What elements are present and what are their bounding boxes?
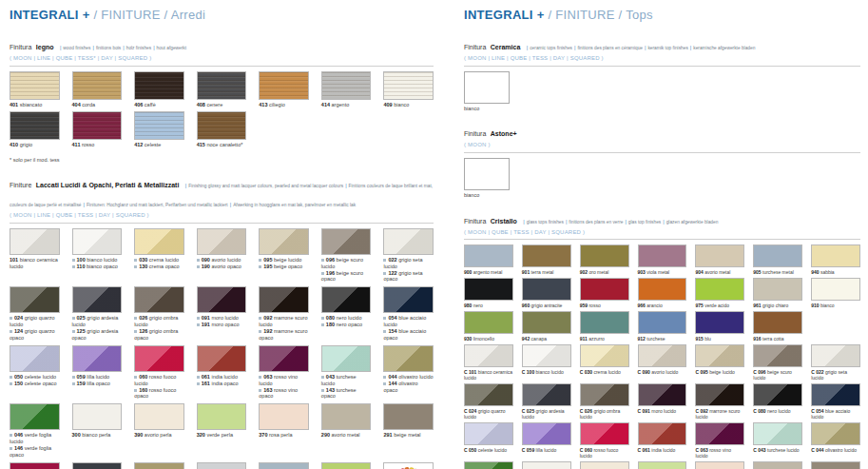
swatch-name: crema opaco	[149, 264, 180, 269]
page-title-arredi: INTEGRALI + / FINITURE / Arredi	[10, 8, 434, 22]
finish-type-icon	[72, 265, 75, 268]
finish-type-icon	[321, 389, 324, 392]
color-chip	[580, 383, 629, 406]
color-chip	[259, 71, 309, 100]
section-divider	[464, 239, 860, 240]
swatch-name: india opaco	[211, 381, 238, 386]
swatch-406: 406 caffè	[134, 71, 184, 108]
section-divider	[464, 152, 860, 153]
swatch-413: 413 ciliegio	[259, 71, 309, 108]
translation-segment: finitions bois	[96, 46, 121, 50]
color-chip	[72, 71, 123, 100]
swatch-label: 059 lilla lucido159 lilla opaco	[72, 374, 123, 387]
swatch-label: 940 sabbia	[811, 269, 860, 275]
swatch-415: 415 noce canaletto*	[197, 111, 247, 148]
finish-type-icon	[197, 323, 200, 326]
swatch-code: 030	[139, 257, 149, 263]
finish-type-icon	[134, 389, 137, 392]
arredi-column: INTEGRALI + / FINITURE / Arredi Finitura…	[10, 8, 434, 469]
swatch-code: 054	[388, 315, 398, 321]
color-chip	[197, 111, 247, 140]
swatch-300: 300 bianco perla	[72, 403, 123, 459]
color-chip	[811, 461, 860, 469]
color-chip	[321, 345, 372, 372]
color-chip	[811, 383, 860, 406]
swatch-code: 101	[10, 257, 20, 263]
swatch-c-025: C 025 grigio ardesia lucido	[522, 383, 571, 420]
swatch-291: 291 beige metal	[383, 403, 434, 459]
swatch-name: beige lucido	[274, 257, 301, 263]
color-chip	[522, 311, 571, 334]
translation-segment: glas top finishes	[628, 220, 661, 225]
swatch-code: C 091	[638, 408, 652, 414]
swatch-code: 912	[638, 336, 647, 342]
swatch-label: C 092 marrone scuro lucido	[695, 408, 744, 420]
swatch-c-290: C 290 avorio metal	[753, 461, 802, 469]
color-chip	[134, 286, 184, 313]
swatch-label: C 096 beige scuro lucido	[753, 369, 802, 381]
swatch-c-101: C 101 bianco ceramica lucido	[464, 344, 513, 381]
swatch-name: rosso	[588, 303, 600, 308]
swatch-code: 044	[388, 374, 398, 380]
swatch-name: lilla lucido	[536, 447, 557, 453]
models-list: ( MOON | LINE | QUBE | TESS | DAY | SQUA…	[464, 55, 860, 63]
color-chip	[695, 383, 744, 406]
finish-type-icon	[134, 317, 137, 320]
swatch-c-320: C 320 verde perla	[638, 461, 687, 469]
color-chip	[753, 244, 802, 267]
swatch-code: 902	[580, 269, 589, 275]
swatch-390: 390 avorio perla	[134, 403, 184, 459]
swatch-code: 409	[383, 102, 394, 107]
color-chip	[522, 383, 571, 406]
color-chip	[72, 286, 123, 313]
swatch-name: celeste lucido	[25, 374, 56, 380]
swatch-name: celeste lucido	[478, 447, 507, 453]
section-name: legno	[36, 44, 54, 50]
swatch-code: 961	[753, 303, 762, 308]
swatch-label: 404 corda	[72, 102, 123, 108]
swatch-940: 940 sabbia	[811, 244, 860, 275]
swatch-name: nero lucido	[767, 408, 790, 414]
swatch-code: 143	[326, 387, 337, 393]
swatch-label: 901 terra metal	[522, 269, 571, 275]
swatch-label: 090 avorio lucido190 avorio opaco	[197, 257, 247, 270]
finish-type-icon	[321, 323, 324, 326]
color-chip	[638, 461, 687, 469]
swatch-label: 291 beige metal	[383, 432, 434, 439]
swatch-220: 220 alluminio metal	[197, 462, 247, 469]
swatch-code: 414	[321, 102, 332, 107]
color-chip	[580, 344, 629, 367]
swatch-046: 046 verde foglia lucido146 verde foglia …	[10, 403, 60, 459]
swatch-code: 126	[139, 328, 149, 334]
color-chip	[259, 345, 309, 372]
color-chip	[638, 344, 687, 367]
swatch-name: corda	[82, 102, 95, 107]
swatch-name: ciliegio	[269, 102, 285, 107]
translation-segment: keramische afgewerkte bladen	[693, 46, 755, 50]
breadcrumb: / FINITURE / Tops	[549, 8, 653, 22]
segment-separator: |	[153, 45, 154, 50]
color-chip	[10, 228, 60, 255]
swatch-label: 370 rosa perla	[259, 432, 309, 439]
swatch-code: 390	[134, 432, 145, 438]
swatch-label: 902 oro metal	[580, 269, 629, 275]
swatch-code: 026	[139, 315, 149, 321]
swatch-code: 144	[388, 381, 398, 386]
color-chip	[638, 383, 687, 406]
swatch-960: 960 grigio antracite	[522, 278, 571, 308]
swatch-name: avorio lucido	[211, 257, 241, 263]
swatch-code: 091	[202, 315, 212, 321]
swatch-code: 901	[522, 269, 531, 275]
swatch-label: 942 canapa	[522, 336, 571, 342]
swatch-label: 915 blu	[695, 336, 744, 342]
swatch-044: 044 olivastro lucido144 olivastro opaco	[383, 345, 434, 401]
color-chip	[383, 403, 434, 430]
swatch-name: bianco	[464, 106, 479, 111]
swatch-c-060: C 060 rosso fuoco lucido	[580, 422, 629, 459]
swatch-240: 240 verde salvia metal	[321, 462, 372, 469]
swatch-c-054: C 054 blue acciaio lucido	[811, 383, 860, 420]
swatch-c-022: C 022 grigio seta lucido	[811, 344, 860, 381]
swatch-label: C 043 turchese lucido	[753, 447, 802, 453]
color-chip	[580, 422, 629, 445]
swatch-label: C 044 olivastro lucido	[811, 447, 860, 453]
